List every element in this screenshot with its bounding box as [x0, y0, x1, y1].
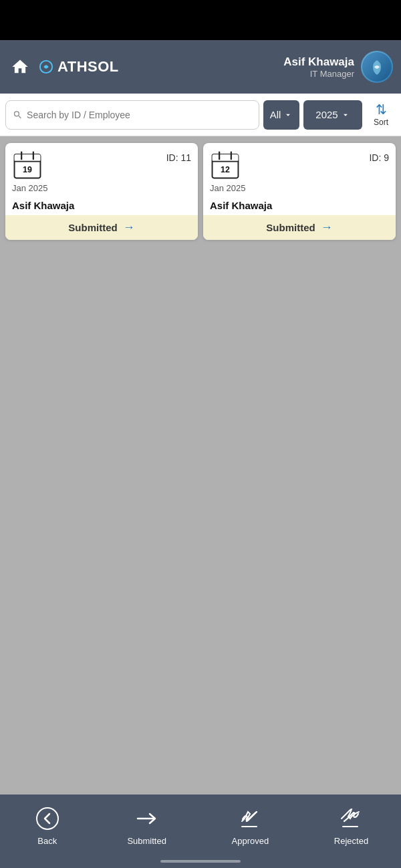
card-header: 19 ID: 11: [12, 150, 191, 180]
nav-submitted[interactable]: Submitted: [127, 804, 166, 846]
user-role: IT Manager: [283, 69, 354, 79]
svg-text:12: 12: [221, 165, 230, 174]
svg-rect-2: [15, 154, 41, 162]
user-name: Asif Khawaja: [283, 55, 354, 69]
avatar[interactable]: [361, 51, 393, 83]
nav-rejected[interactable]: Rejected: [334, 804, 368, 846]
card-arrow-icon[interactable]: →: [321, 221, 333, 235]
header-left: ATHSOL: [8, 55, 119, 79]
chevron-down-icon-year: [341, 110, 350, 120]
card-name: Asif Khawaja: [5, 200, 198, 215]
sort-icon: ⇅: [376, 103, 387, 116]
home-icon[interactable]: [8, 55, 32, 79]
card-name: Asif Khawaja: [203, 200, 396, 215]
year-label: 2025: [315, 109, 338, 120]
card-header: 12 ID: 9: [210, 150, 389, 180]
sort-label: Sort: [374, 118, 388, 127]
year-dropdown[interactable]: 2025: [303, 100, 362, 130]
card-top: 19 ID: 11 Jan 2025: [5, 143, 198, 197]
filter-bar: All 2025 ⇅ Sort: [0, 94, 401, 136]
approved-icon: [235, 804, 265, 833]
cards-grid: 19 ID: 11 Jan 2025 Asif Khawaja Submitte…: [0, 136, 401, 247]
svg-rect-8: [213, 154, 239, 162]
card-status[interactable]: Submitted →: [5, 215, 198, 240]
search-box[interactable]: [5, 100, 259, 130]
nav-approved-label: Approved: [232, 836, 269, 846]
nav-approved[interactable]: Approved: [232, 804, 269, 846]
status-text: Submitted: [68, 222, 117, 233]
card-id: ID: 9: [369, 152, 389, 163]
sort-button[interactable]: ⇅ Sort: [366, 100, 396, 130]
svg-text:19: 19: [23, 165, 32, 174]
top-status-bar: [0, 0, 401, 40]
nav-back-label: Back: [37, 836, 57, 846]
calendar-icon: 12: [210, 150, 241, 180]
card-top: 12 ID: 9 Jan 2025: [203, 143, 396, 197]
app-header: ATHSOL Asif Khawaja IT Manager: [0, 40, 401, 94]
search-icon: [13, 110, 23, 120]
calendar-icon: 19: [12, 150, 43, 180]
nav-rejected-label: Rejected: [334, 836, 368, 846]
logo-text: ATHSOL: [57, 58, 119, 76]
card-date: Jan 2025: [210, 183, 389, 193]
submitted-icon: [132, 804, 162, 833]
rejected-icon: [336, 804, 366, 833]
bottom-nav: Back Submitted Approved: [0, 794, 401, 868]
chevron-down-icon: [283, 110, 293, 120]
nav-back[interactable]: Back: [33, 804, 62, 846]
card-status[interactable]: Submitted →: [203, 215, 396, 240]
filter-all-dropdown[interactable]: All: [263, 100, 299, 130]
card-item[interactable]: 12 ID: 9 Jan 2025 Asif Khawaja Submitted…: [203, 143, 396, 240]
header-right: Asif Khawaja IT Manager: [283, 51, 393, 83]
logo-icon: [39, 59, 53, 74]
home-indicator: [160, 860, 241, 863]
svg-point-13: [37, 808, 58, 829]
filter-all-label: All: [270, 109, 281, 120]
avatar-inner: [362, 52, 392, 82]
back-icon: [33, 804, 62, 833]
nav-submitted-label: Submitted: [127, 836, 166, 846]
app-logo: ATHSOL: [39, 58, 119, 76]
card-id: ID: 11: [166, 152, 191, 163]
status-text: Submitted: [266, 222, 315, 233]
card-arrow-icon[interactable]: →: [123, 221, 135, 235]
search-input[interactable]: [27, 110, 252, 120]
user-info: Asif Khawaja IT Manager: [283, 55, 354, 79]
card-item[interactable]: 19 ID: 11 Jan 2025 Asif Khawaja Submitte…: [5, 143, 198, 240]
card-date: Jan 2025: [12, 183, 191, 193]
